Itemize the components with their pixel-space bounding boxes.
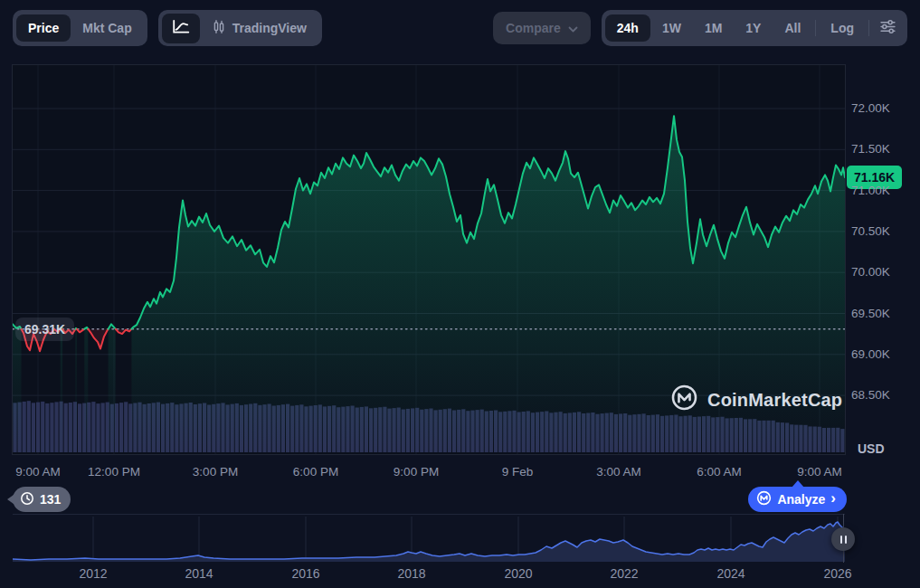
cmc-price-chart-widget: Price Mkt Cap TradingView Com bbox=[0, 0, 920, 588]
sliders-icon bbox=[879, 19, 896, 37]
navigator-handle[interactable] bbox=[831, 527, 855, 551]
price-mktcap-toggle: Price Mkt Cap bbox=[13, 10, 147, 46]
x-axis-label: 9:00 AM bbox=[15, 465, 61, 479]
price-chart-plot[interactable]: 69.31K CoinMarketCap bbox=[12, 64, 846, 455]
y-axis-label: 68.50K bbox=[851, 387, 890, 403]
toolbar-right: Compare 24h 1W 1M 1Y All Log bbox=[493, 10, 907, 46]
clock-icon bbox=[20, 491, 34, 508]
mktcap-tab[interactable]: Mkt Cap bbox=[71, 14, 143, 42]
x-axis-label: 3:00 AM bbox=[596, 465, 641, 479]
navigator-year-label: 2024 bbox=[716, 566, 745, 581]
timeline-navigator[interactable] bbox=[13, 514, 845, 564]
log-scale-toggle[interactable]: Log bbox=[819, 14, 866, 42]
tradingview-chart-button[interactable]: TradingView bbox=[200, 14, 318, 43]
chart-type-toggle: TradingView bbox=[158, 10, 322, 46]
analyze-button[interactable]: Analyze › bbox=[748, 487, 847, 512]
open-price-badge: 69.31K bbox=[15, 318, 74, 341]
range-selector: 24h 1W 1M 1Y All Log bbox=[602, 10, 907, 46]
navigator-year-label: 2016 bbox=[291, 566, 319, 581]
line-chart-type-button[interactable] bbox=[162, 14, 200, 43]
x-axis-label: 12:00 PM bbox=[88, 465, 140, 479]
line-chart-icon bbox=[172, 19, 190, 38]
x-axis-label: 9 Feb bbox=[502, 465, 534, 479]
divider bbox=[868, 20, 869, 36]
price-tab[interactable]: Price bbox=[16, 14, 71, 42]
y-axis-label: 71.00K bbox=[851, 183, 890, 199]
chevron-down-icon bbox=[568, 21, 578, 35]
x-axis-label: 6:00 PM bbox=[293, 465, 338, 479]
x-axis-label: 3:00 PM bbox=[193, 465, 238, 479]
navigator-year-label: 2022 bbox=[610, 566, 638, 581]
coinmarketcap-watermark: CoinMarketCap bbox=[670, 384, 842, 416]
y-axis-label: 69.50K bbox=[851, 306, 890, 322]
y-axis-label: 70.00K bbox=[851, 264, 890, 280]
chevron-right-icon: › bbox=[830, 492, 836, 505]
chart-toolbar: Price Mkt Cap TradingView Com bbox=[13, 10, 907, 46]
tradingview-label: TradingView bbox=[232, 20, 307, 36]
x-axis-label: 6:00 AM bbox=[697, 465, 742, 479]
range-1y[interactable]: 1Y bbox=[734, 14, 773, 42]
range-all[interactable]: All bbox=[773, 14, 812, 42]
range-1w[interactable]: 1W bbox=[650, 14, 693, 42]
currency-label: USD bbox=[858, 441, 885, 456]
chart-settings-button[interactable] bbox=[872, 15, 904, 41]
range-24h[interactable]: 24h bbox=[605, 14, 650, 42]
range-1m[interactable]: 1M bbox=[693, 14, 734, 42]
y-axis-label: 70.50K bbox=[851, 223, 890, 240]
navigator-year-label: 2018 bbox=[397, 566, 425, 581]
compare-button[interactable]: Compare bbox=[493, 12, 591, 44]
compare-label: Compare bbox=[506, 21, 561, 35]
y-axis-label: 69.00K bbox=[851, 346, 890, 363]
cmc-bubble-icon bbox=[756, 490, 772, 508]
y-axis-label: 71.50K bbox=[851, 141, 890, 157]
divider bbox=[815, 20, 816, 36]
coinmarketcap-logo-icon bbox=[670, 384, 698, 416]
analyze-label: Analyze bbox=[777, 492, 825, 507]
history-count: 131 bbox=[40, 492, 61, 507]
toolbar-left: Price Mkt Cap TradingView bbox=[13, 10, 322, 46]
navigator-year-label: 2026 bbox=[823, 566, 851, 581]
x-axis-label: 9:00 AM bbox=[797, 465, 842, 479]
history-badge[interactable]: 131 bbox=[13, 487, 71, 512]
navigator-year-label: 2014 bbox=[185, 566, 213, 581]
watermark-label: CoinMarketCap bbox=[707, 390, 842, 411]
candlestick-icon bbox=[212, 19, 226, 38]
navigator-year-label: 2020 bbox=[504, 566, 532, 581]
y-axis-label: 72.00K bbox=[851, 100, 890, 117]
navigator-year-label: 2012 bbox=[79, 566, 107, 581]
x-axis-label: 9:00 PM bbox=[394, 465, 439, 479]
navigator-chart bbox=[13, 515, 845, 564]
